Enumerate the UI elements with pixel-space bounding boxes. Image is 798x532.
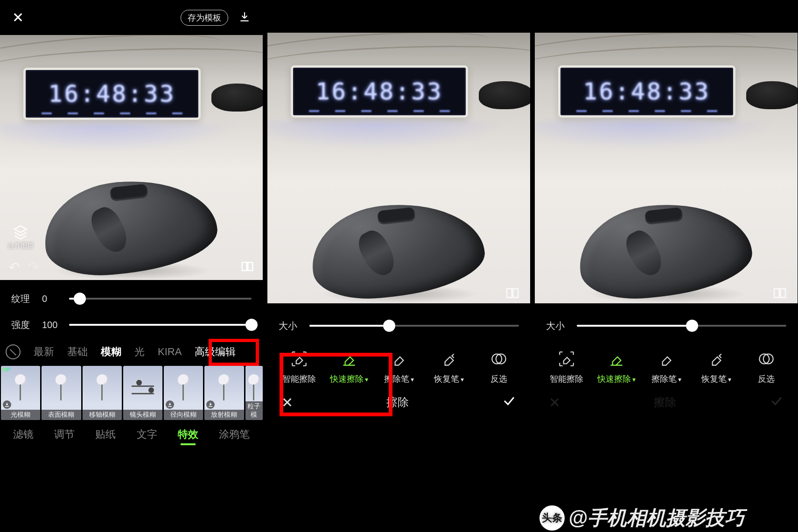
merge-layers-button[interactable]: 合并图层 — [7, 224, 34, 250]
svg-rect-1 — [248, 262, 252, 271]
texture-value: 0 — [42, 294, 61, 304]
size-track[interactable] — [309, 325, 519, 327]
category-none-icon[interactable] — [6, 344, 21, 359]
preview-image[interactable]: 16:48:33 — [267, 33, 530, 303]
size-slider[interactable]: 大小 — [546, 313, 786, 339]
tool-restore-brush[interactable]: 恢复笔 — [428, 349, 470, 385]
strength-label: 强度 — [11, 319, 34, 331]
erase-title: 擦除 — [654, 395, 676, 410]
redo-icon[interactable]: ↷ — [28, 259, 39, 275]
watermark-text: @手机相机摄影技巧 — [568, 505, 744, 531]
thumb-label: 镜头模糊 — [123, 410, 162, 420]
undo-icon[interactable]: ↶ — [8, 259, 20, 275]
tool-restore-brush[interactable]: 恢复笔 — [695, 349, 737, 385]
watermark-logo: 头条 — [539, 505, 565, 531]
thumb-label: 移轴模糊 — [83, 410, 122, 420]
tab-text[interactable]: 文字 — [137, 427, 157, 441]
undo-redo-group: ↶ ↷ — [8, 259, 39, 275]
slider-area: 大小 — [535, 303, 798, 339]
close-icon[interactable]: ✕ — [12, 9, 24, 26]
thumb-radial-blur[interactable]: 径向模糊 — [164, 366, 203, 420]
tool-label: 智能擦除 — [550, 373, 583, 385]
thumb-label: 表面模糊 — [42, 410, 81, 420]
tab-sticker[interactable]: 贴纸 — [95, 427, 116, 441]
slider-area: 大小 — [267, 303, 530, 339]
tab-adjust[interactable]: 调节 — [54, 427, 75, 441]
thumb-label: 粒子模 — [245, 401, 263, 420]
compare-icon[interactable] — [240, 259, 254, 275]
tab-filter[interactable]: 滤镜 — [13, 427, 34, 441]
preview-image[interactable]: 16:48:33 — [535, 33, 798, 303]
photo-reflection — [0, 124, 263, 156]
watermark: 头条 @手机相机摄影技巧 — [539, 505, 798, 531]
confirm-icon[interactable] — [502, 394, 516, 411]
size-label: 大小 — [279, 320, 301, 332]
cat-kira[interactable]: KIRA — [158, 346, 182, 358]
size-slider[interactable]: 大小 — [279, 313, 519, 339]
tool-erase-brush[interactable]: 擦除笔 — [645, 349, 687, 385]
slider-area: 纹理 0 强度 100 — [0, 280, 263, 338]
thumb-tiltshift-blur[interactable]: 移轴模糊 — [83, 366, 122, 420]
tool-label: 擦除笔 — [651, 373, 681, 385]
cat-blur[interactable]: 模糊 — [101, 345, 121, 359]
annotation-highlight-tools — [280, 353, 392, 416]
thumb-label: 放射模糊 — [204, 410, 244, 420]
svg-rect-6 — [774, 289, 779, 298]
compare-icon[interactable] — [505, 286, 520, 302]
tool-smart-erase[interactable]: 智能擦除 — [546, 349, 588, 385]
cancel-icon[interactable]: ✕ — [549, 394, 560, 411]
photo-clock: 16:48:33 — [23, 68, 201, 120]
thumb-particle-blur[interactable]: 粒子模 — [245, 366, 263, 420]
texture-track[interactable] — [69, 298, 252, 300]
photo-clock-time: 16:48:33 — [583, 78, 711, 105]
strength-slider[interactable]: 强度 100 — [11, 312, 252, 338]
tool-label: 恢复笔 — [434, 373, 464, 385]
thumb-light-blur[interactable]: 光模糊 — [1, 366, 40, 420]
cat-latest[interactable]: 最新 — [34, 345, 54, 359]
strength-track[interactable] — [69, 324, 252, 326]
annotation-highlight-advanced — [209, 339, 259, 366]
tool-quick-erase[interactable]: 快速擦除 — [595, 349, 637, 385]
size-label: 大小 — [546, 320, 568, 332]
tool-invert[interactable]: 反选 — [478, 349, 520, 385]
panel-effects: ✕ 存为模板 16:48:33 合并图层 ↶ ↷ — [0, 0, 263, 532]
tool-invert[interactable]: 反选 — [745, 349, 787, 385]
tab-brush[interactable]: 涂鸦笔 — [219, 427, 250, 441]
thumb-label: 径向模糊 — [164, 410, 203, 420]
strength-value: 100 — [42, 320, 61, 330]
thumb-label: 光模糊 — [1, 410, 40, 420]
svg-rect-0 — [242, 262, 247, 271]
bottom-tabs[interactable]: 滤镜 调节 贴纸 文字 特效 涂鸦笔 — [0, 421, 263, 445]
cat-basic[interactable]: 基础 — [67, 345, 88, 359]
photo-cords — [0, 35, 263, 72]
preview-image[interactable]: 16:48:33 合并图层 ↶ ↷ — [0, 35, 263, 280]
size-track[interactable] — [577, 325, 786, 327]
tab-effects[interactable]: 特效 — [178, 427, 198, 441]
svg-rect-7 — [780, 289, 785, 298]
photo-mouse — [44, 175, 221, 277]
tool-label: 反选 — [490, 373, 507, 385]
download-icon[interactable] — [238, 11, 251, 25]
merge-layers-label: 合并图层 — [7, 242, 34, 250]
effect-thumbs[interactable]: 光模糊 表面模糊 移轴模糊 镜头模糊 径向模糊 放射模糊 粒子模 — [0, 366, 263, 421]
erase-footer: ✕ 擦除 — [535, 387, 798, 414]
topbar: ✕ 存为模板 — [0, 0, 263, 35]
erase-tools: 智能擦除 快速擦除 擦除笔 恢复笔 反选 — [535, 339, 798, 387]
compare-icon[interactable] — [772, 286, 787, 302]
thumb-surface-blur[interactable]: 表面模糊 — [42, 366, 81, 420]
topbar-right: 存为模板 — [181, 10, 251, 26]
texture-slider[interactable]: 纹理 0 — [11, 286, 252, 312]
svg-rect-2 — [507, 289, 512, 298]
cat-light[interactable]: 光 — [134, 345, 145, 359]
thumb-zoom-blur[interactable]: 放射模糊 — [204, 366, 244, 420]
panel-erase-2: 16:48:33 大小 智能擦除 快速擦除 擦除笔 恢 — [535, 0, 798, 532]
svg-rect-3 — [513, 289, 518, 298]
tool-label: 反选 — [758, 373, 775, 385]
confirm-icon[interactable] — [770, 394, 784, 411]
photo-clock-time: 16:48:33 — [316, 78, 443, 105]
tool-label: 快速擦除 — [597, 373, 636, 385]
category-strip[interactable]: 最新 基础 模糊 光 KIRA 高级编辑 — [0, 338, 263, 366]
thumb-lens-blur[interactable]: 镜头模糊 — [123, 366, 162, 420]
texture-label: 纹理 — [11, 293, 34, 305]
save-template-button[interactable]: 存为模板 — [181, 10, 228, 26]
